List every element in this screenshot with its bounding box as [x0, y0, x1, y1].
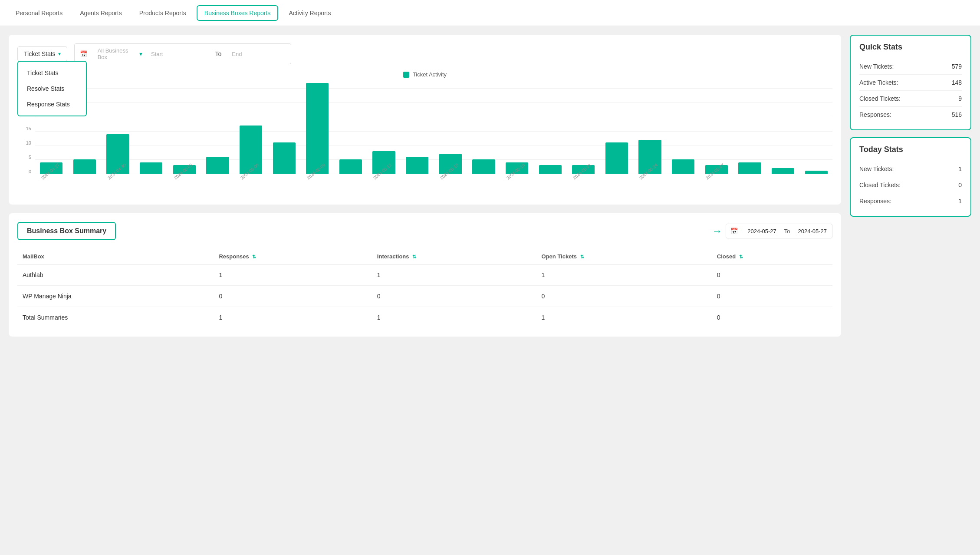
cell-mailbox-authlab: Authlab	[17, 264, 214, 286]
cell-interactions-wpninja: 0	[372, 286, 536, 307]
cell-closed-authlab: 0	[712, 264, 832, 286]
cell-mailbox-wpninja: WP Manage Ninja	[17, 286, 214, 307]
dropdown-item-ticket-stats[interactable]: Ticket Stats	[18, 65, 86, 81]
x-label-group-17	[600, 174, 633, 196]
bar-11[interactable]	[406, 157, 428, 174]
chart-header: Ticket Stats ▾ 📅 All Business Box ▾ Star…	[17, 43, 832, 64]
nav-activity-reports[interactable]: Activity Reports	[282, 6, 338, 20]
quick-stat-active-tickets: Active Tickets: 148	[859, 75, 962, 91]
summary-calendar-icon: 📅	[726, 224, 742, 238]
bar-19[interactable]	[672, 159, 694, 174]
dropdown-item-resolve-stats[interactable]: Resolve Stats	[18, 81, 86, 96]
today-stat-closed-tickets-value: 0	[958, 182, 962, 188]
summary-start-date[interactable]: 2024-05-27	[742, 225, 782, 238]
col-closed: Closed ⇅	[712, 249, 832, 264]
bar-group-22	[767, 83, 799, 174]
bar-7[interactable]	[273, 142, 296, 174]
arrow-right-icon: →	[712, 225, 722, 237]
sort-icon-interactions[interactable]: ⇅	[412, 254, 416, 260]
bar-1[interactable]	[73, 159, 96, 174]
main-container: Ticket Stats ▾ 📅 All Business Box ▾ Star…	[0, 26, 980, 555]
bar-21[interactable]	[738, 162, 761, 174]
legend-dot	[403, 72, 409, 78]
bar-group-17	[601, 83, 633, 174]
summary-card: Business Box Summary → 📅 2024-05-27 To 2…	[9, 213, 841, 337]
bar-9[interactable]	[339, 159, 362, 174]
x-label-group-21	[733, 174, 766, 196]
bar-3[interactable]	[140, 162, 162, 174]
date-input-group: All Business Box ▾	[92, 44, 146, 64]
all-business-box-select[interactable]: All Business Box	[92, 44, 139, 64]
x-label-group-12: 2024-05-15	[434, 174, 467, 196]
bar-group-3	[135, 83, 168, 174]
bar-13[interactable]	[472, 159, 495, 174]
x-label-group-7	[267, 174, 301, 196]
quick-stat-new-tickets-label: New Tickets:	[859, 63, 894, 70]
bar-23[interactable]	[805, 171, 828, 174]
nav-products-reports[interactable]: Products Reports	[132, 6, 193, 20]
summary-end-date[interactable]: 2024-05-27	[793, 225, 832, 238]
bar-22[interactable]	[772, 168, 794, 174]
cell-responses-authlab: 1	[214, 264, 372, 286]
cell-closed-wpninja: 0	[712, 286, 832, 307]
x-label-group-16: 2024-05-21	[566, 174, 600, 196]
start-date-input[interactable]: Start	[146, 47, 210, 61]
table-row: WP Manage Ninja 0 0 0 0	[17, 286, 832, 307]
bar-17[interactable]	[605, 142, 628, 174]
x-label-group-23	[799, 174, 832, 196]
x-label-group-9	[334, 174, 367, 196]
bar-15[interactable]	[539, 165, 562, 174]
quick-stat-closed-tickets-value: 9	[958, 95, 962, 102]
x-label-group-0: 2024-04-27	[35, 174, 68, 196]
quick-stat-closed-tickets-label: Closed Tickets:	[859, 95, 901, 102]
chart-legend: Ticket Activity	[17, 71, 832, 78]
quick-stat-responses-value: 516	[952, 111, 962, 118]
summary-date-range: 📅 2024-05-27 To 2024-05-27	[726, 224, 832, 238]
chevron-down-icon-filter: ▾	[139, 50, 146, 57]
bar-group-6	[235, 83, 267, 174]
chevron-down-icon: ▾	[58, 51, 61, 57]
sort-icon-open-tickets[interactable]: ⇅	[580, 254, 584, 260]
bar-group-15	[534, 83, 566, 174]
nav-business-boxes-reports[interactable]: Business Boxes Reports	[197, 5, 279, 21]
y-label-0: 0	[17, 169, 33, 174]
summary-date-filter: → 📅 2024-05-27 To 2024-05-27	[712, 224, 832, 238]
top-nav: Personal Reports Agents Reports Products…	[0, 0, 980, 26]
x-label-group-6: 2024-05-06	[234, 174, 267, 196]
sort-icon-responses[interactable]: ⇅	[252, 254, 256, 260]
cell-interactions-authlab: 1	[372, 264, 536, 286]
quick-stats-title: Quick Stats	[859, 43, 962, 52]
col-mailbox: MailBox	[17, 249, 214, 264]
today-stat-responses-label: Responses:	[859, 198, 891, 205]
x-axis: 2024-04-272024-04-302024-05-032024-05-06…	[35, 174, 832, 196]
content-area: Ticket Stats ▾ 📅 All Business Box ▾ Star…	[9, 35, 841, 546]
today-stat-responses-value: 1	[958, 198, 962, 205]
today-stat-new-tickets-value: 1	[958, 165, 962, 172]
dropdown-item-response-stats[interactable]: Response Stats	[18, 96, 86, 112]
cell-interactions-total: 1	[372, 307, 536, 328]
table-body: Authlab 1 1 1 0 WP Manage Ninja 0 0 0 0	[17, 264, 832, 328]
end-date-input[interactable]: End	[227, 47, 290, 61]
quick-stat-responses-label: Responses:	[859, 111, 891, 118]
bar-8[interactable]	[306, 83, 329, 174]
stats-type-dropdown[interactable]: Ticket Stats ▾	[17, 46, 67, 61]
today-stat-new-tickets: New Tickets: 1	[859, 161, 962, 177]
x-label-group-4: 2024-05-03	[168, 174, 201, 196]
bar-group-21	[733, 83, 766, 174]
quick-stats-card: Quick Stats New Tickets: 579 Active Tick…	[850, 35, 971, 130]
cell-open-tickets-wpninja: 0	[536, 286, 712, 307]
x-label-group-2: 2024-04-30	[101, 174, 135, 196]
nav-agents-reports[interactable]: Agents Reports	[73, 6, 129, 20]
y-label-5: 5	[17, 155, 33, 160]
bar-5[interactable]	[206, 157, 229, 174]
today-stats-card: Today Stats New Tickets: 1 Closed Ticket…	[850, 137, 971, 217]
cell-open-tickets-total: 1	[536, 307, 712, 328]
summary-table: MailBox Responses ⇅ Interactions ⇅ Open …	[17, 249, 832, 328]
x-label-group-13	[467, 174, 500, 196]
quick-stat-responses: Responses: 516	[859, 107, 962, 122]
nav-personal-reports[interactable]: Personal Reports	[9, 6, 69, 20]
sort-icon-closed[interactable]: ⇅	[739, 254, 743, 260]
bar-group-16	[567, 83, 600, 174]
dropdown-label: Ticket Stats	[24, 50, 56, 57]
date-filter: 📅 All Business Box ▾ Start To End	[74, 43, 291, 64]
